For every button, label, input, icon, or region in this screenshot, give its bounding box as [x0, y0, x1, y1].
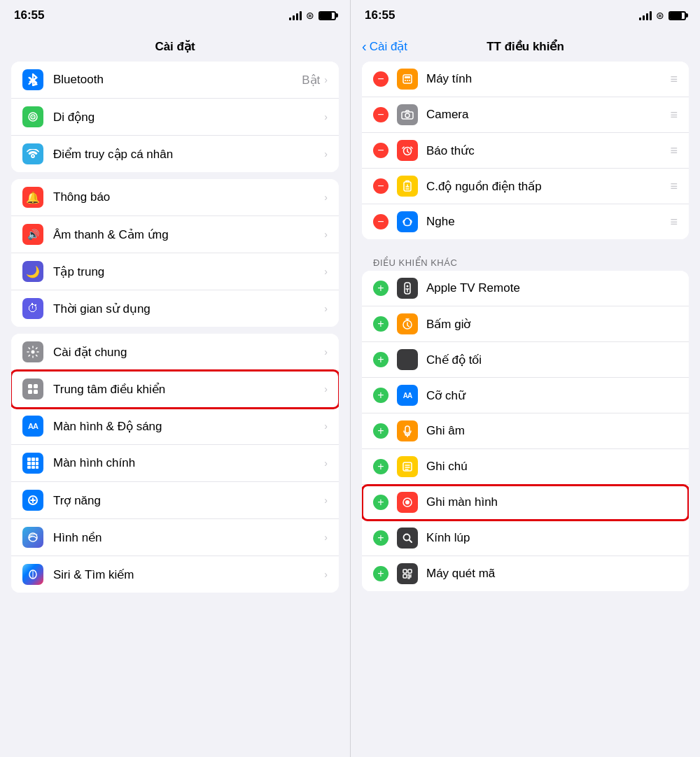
caidatchung-row[interactable]: Cài đặt chung ›: [11, 334, 339, 371]
calculator-label: Máy tính: [426, 72, 670, 86]
caidatchung-chevron: ›: [324, 346, 328, 358]
svg-rect-38: [408, 569, 412, 573]
manhinhdosang-label: Màn hình & Độ sáng: [53, 419, 324, 434]
svg-rect-14: [27, 466, 31, 469]
bluetooth-row[interactable]: Bluetooth Bật ›: [11, 62, 339, 99]
signal-icon-right: [639, 11, 652, 20]
thoigian-chevron: ›: [324, 303, 328, 314]
ghiam-add-btn[interactable]: +: [373, 423, 388, 439]
taptrung-chevron: ›: [324, 266, 328, 277]
kinhlup-add-btn[interactable]: +: [373, 530, 388, 546]
calculator-remove-btn[interactable]: −: [373, 71, 388, 87]
cochu-add-btn[interactable]: +: [373, 388, 388, 403]
nghe-remove-btn[interactable]: −: [373, 214, 388, 229]
baothuc-label: Báo thức: [426, 143, 670, 158]
tronang-icon: [22, 490, 43, 511]
thongbao-icon: 🔔: [22, 187, 43, 208]
ghiam-control-row[interactable]: + Ghi âm: [362, 413, 689, 449]
manhinhdosang-chevron: ›: [324, 420, 328, 432]
nghe-drag[interactable]: ≡: [670, 215, 678, 229]
ghimanhinh-control-row[interactable]: + Ghi màn hình: [362, 485, 689, 521]
camera-control-row[interactable]: − Camera ≡: [362, 97, 689, 133]
wifi-icon-right: ⊛: [656, 10, 664, 21]
amthanh-row[interactable]: 🔊 Âm thanh & Cảm ứng ›: [11, 216, 339, 253]
appletv-icon: [397, 278, 418, 299]
baothuc-remove-btn[interactable]: −: [373, 143, 388, 158]
camera-remove-btn[interactable]: −: [373, 107, 388, 122]
nav-title-right: TT điều khiển: [486, 39, 564, 54]
svg-rect-8: [27, 458, 31, 461]
svg-point-3: [31, 351, 35, 354]
thoigian-row[interactable]: ⏱ Thời gian sử dụng ›: [11, 290, 339, 327]
ghiam-icon: [397, 420, 418, 441]
cdong-icon: [397, 176, 418, 197]
taptrung-row[interactable]: 🌙 Tập trung ›: [11, 253, 339, 290]
trungtam-row[interactable]: Trung tâm điều khiển ›: [11, 371, 339, 408]
ghichu-control-row[interactable]: + Ghi chú: [362, 449, 689, 485]
trungtam-label: Trung tâm điều khiển: [53, 382, 324, 397]
camera-drag[interactable]: ≡: [670, 108, 678, 122]
amthanh-icon: 🔊: [22, 224, 43, 245]
manhinhchinh-chevron: ›: [324, 458, 328, 469]
mayquetma-icon: [397, 563, 418, 584]
mayquetma-label: Máy quét mã: [426, 567, 678, 581]
bamgio-add-btn[interactable]: +: [373, 316, 388, 332]
chedotoi-icon: [397, 349, 418, 370]
tronang-row[interactable]: Trợ năng ›: [11, 482, 339, 519]
ghichu-icon: [397, 456, 418, 477]
svg-rect-11: [27, 462, 31, 465]
cdong-drag[interactable]: ≡: [670, 179, 678, 194]
trungtam-chevron: ›: [324, 383, 328, 395]
amthanh-chevron: ›: [324, 229, 328, 240]
mayquetma-control-row[interactable]: + Máy quét mã: [362, 556, 689, 591]
appletv-add-btn[interactable]: +: [373, 281, 388, 296]
siri-label: Siri & Tìm kiếm: [53, 567, 324, 582]
chedotoi-control-row[interactable]: + Chế độ tối: [362, 342, 689, 378]
manhinhchinh-row[interactable]: Màn hình chính ›: [11, 445, 339, 482]
mobile-row[interactable]: Di động ›: [11, 99, 339, 136]
nghe-control-row[interactable]: − Nghe ≡: [362, 204, 689, 239]
cochu-icon: AA: [397, 385, 418, 406]
time-left: 16:55: [14, 8, 44, 22]
hotspot-chevron: ›: [324, 148, 328, 160]
back-arrow-icon: ‹: [362, 39, 367, 53]
svg-rect-39: [403, 574, 407, 578]
nav-back-button[interactable]: ‹ Cài đặt: [362, 39, 407, 54]
cochu-control-row[interactable]: + AA Cỡ chữ: [362, 378, 689, 413]
included-controls-group: − Máy tính ≡ −: [362, 62, 689, 239]
baothuc-drag[interactable]: ≡: [670, 143, 678, 158]
camera-label: Camera: [426, 108, 670, 122]
ghimanhinh-add-btn[interactable]: +: [373, 495, 388, 510]
hotspot-icon: [22, 143, 43, 164]
chedotoi-label: Chế độ tối: [426, 353, 678, 367]
kinhlup-control-row[interactable]: + Kính lúp: [362, 521, 689, 556]
hotspot-label: Điểm truy cập cá nhân: [53, 147, 324, 162]
time-right: 16:55: [365, 8, 395, 22]
svg-rect-15: [31, 466, 35, 469]
general-group: Cài đặt chung › Trung tâm điều khiển › A…: [11, 334, 339, 593]
signal-icon: [289, 11, 302, 20]
kinhlup-label: Kính lúp: [426, 531, 678, 545]
chedotoi-add-btn[interactable]: +: [373, 352, 388, 367]
cdong-remove-btn[interactable]: −: [373, 178, 388, 194]
calculator-control-row[interactable]: − Máy tính ≡: [362, 62, 689, 97]
cochu-label: Cỡ chữ: [426, 388, 678, 403]
svg-rect-16: [36, 466, 38, 469]
bamgio-control-row[interactable]: + Bấm giờ: [362, 306, 689, 342]
thongbao-label: Thông báo: [53, 190, 324, 204]
svg-point-24: [409, 80, 410, 81]
thongbao-row[interactable]: 🔔 Thông báo ›: [11, 179, 339, 216]
manhinhdosang-row[interactable]: AA Màn hình & Độ sáng ›: [11, 408, 339, 445]
calculator-drag[interactable]: ≡: [670, 72, 678, 87]
ghichu-label: Ghi chú: [426, 460, 678, 474]
nav-title-left: Cài đặt: [155, 39, 195, 54]
hotspot-row[interactable]: Điểm truy cập cá nhân ›: [11, 136, 339, 172]
siri-row[interactable]: Siri & Tìm kiếm ›: [11, 556, 339, 593]
hinhnen-row[interactable]: Hình nền ›: [11, 519, 339, 556]
appletv-control-row[interactable]: + Apple TV Remote: [362, 271, 689, 306]
cdong-control-row[interactable]: − C.độ nguồn điện thấp ≡: [362, 169, 689, 204]
ghichu-add-btn[interactable]: +: [373, 459, 388, 474]
baothuc-control-row[interactable]: − Báo thức ≡: [362, 133, 689, 169]
svg-rect-21: [405, 76, 410, 78]
mayquetma-add-btn[interactable]: +: [373, 566, 388, 581]
